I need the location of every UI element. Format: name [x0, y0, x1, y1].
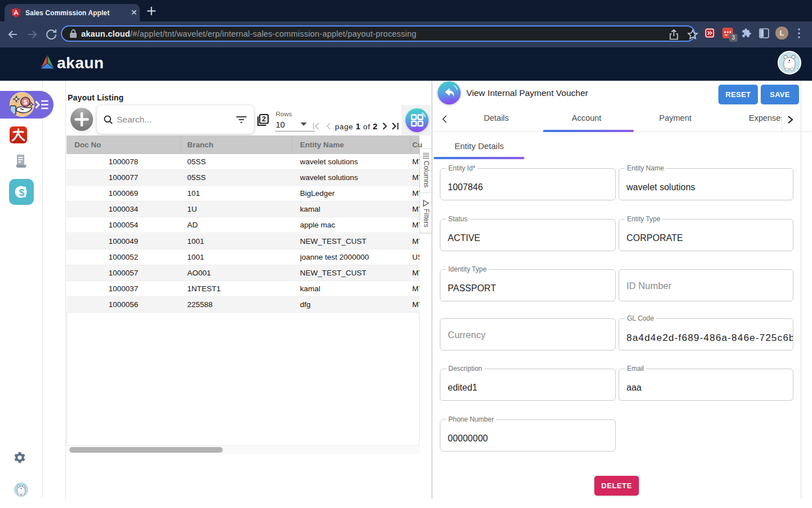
- svg-text:2: 2: [262, 115, 266, 123]
- svg-text:$: $: [19, 187, 25, 198]
- svg-text:$: $: [24, 99, 28, 106]
